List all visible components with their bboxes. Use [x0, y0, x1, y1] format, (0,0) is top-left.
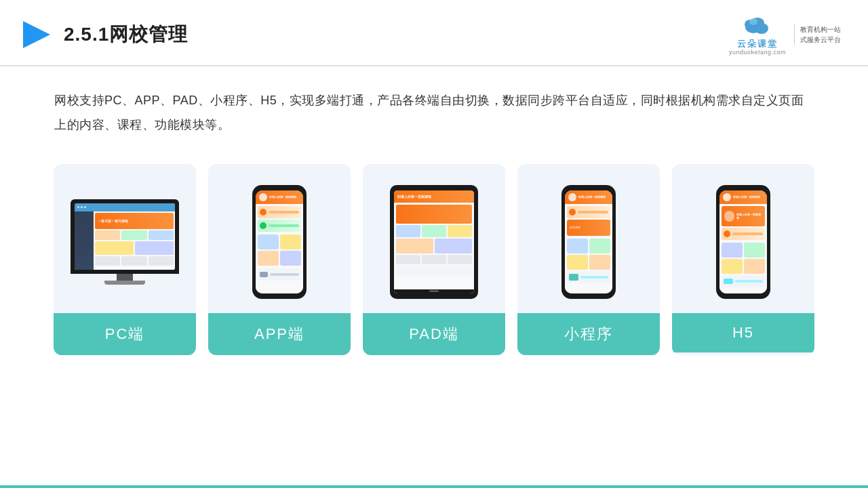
card-pad-image: 职通人的第一堂刷课程 — [363, 164, 505, 313]
header-left: 2.5.1网校管理 — [20, 18, 188, 51]
phone-mockup-miniapp: 职通人的第一堂刷课程 推荐课程 — [561, 185, 616, 299]
card-pc-label: PC端 — [54, 313, 196, 355]
card-pc: 一觉与首一觉与课程 — [54, 164, 196, 355]
bottom-line — [0, 485, 868, 488]
logo-icon — [740, 12, 775, 39]
card-app-label: APP端 — [208, 313, 351, 355]
cards-container: 一觉与首一觉与课程 — [0, 150, 868, 369]
pc-mockup: 一觉与首一觉与课程 — [66, 199, 184, 285]
logo-cloud: 云朵课堂 yunduoketang.com — [729, 12, 786, 57]
logo-text-cn: 云朵课堂 — [737, 39, 778, 48]
page-title: 2.5.1网校管理 — [64, 22, 188, 47]
card-h5: 职通人的第一堂刷课程 职通人的首一堂刷课程 — [672, 164, 814, 355]
logo-slogan: 教育机构一站 式服务云平台 — [794, 24, 841, 45]
phone-mockup-app: 职通人的第一堂刷课程 — [252, 185, 307, 299]
slogan-line1: 教育机构一站 — [800, 24, 841, 35]
card-pad-label: PAD端 — [363, 313, 505, 355]
card-miniapp-image: 职通人的第一堂刷课程 推荐课程 — [517, 164, 660, 313]
logo-text-en: yunduoketang.com — [729, 48, 786, 57]
header: 2.5.1网校管理 云朵课堂 yunduoketang.com 教育机构一站 式… — [0, 0, 868, 66]
play-icon — [20, 18, 53, 51]
svg-marker-0 — [23, 21, 50, 48]
card-h5-label: H5 — [672, 313, 814, 352]
card-pc-image: 一觉与首一觉与课程 — [54, 164, 196, 313]
tablet-mockup: 职通人的第一堂刷课程 — [390, 185, 478, 299]
phone-mockup-h5: 职通人的第一堂刷课程 职通人的首一堂刷课程 — [716, 185, 770, 299]
card-pad: 职通人的第一堂刷课程 — [363, 164, 505, 355]
logo-area: 云朵课堂 yunduoketang.com 教育机构一站 式服务云平台 — [729, 12, 841, 57]
card-app-image: 职通人的第一堂刷课程 — [208, 164, 351, 313]
card-miniapp-label: 小程序 — [517, 313, 660, 355]
svg-point-5 — [749, 18, 757, 25]
slogan-line2: 式服务云平台 — [800, 35, 841, 45]
card-app: 职通人的第一堂刷课程 — [208, 164, 351, 355]
description: 网校支持PC、APP、PAD、小程序、H5，实现多端打通，产品各终端自由切换，数… — [0, 66, 868, 150]
card-h5-image: 职通人的第一堂刷课程 职通人的首一堂刷课程 — [672, 164, 814, 313]
card-miniapp: 职通人的第一堂刷课程 推荐课程 — [517, 164, 660, 355]
